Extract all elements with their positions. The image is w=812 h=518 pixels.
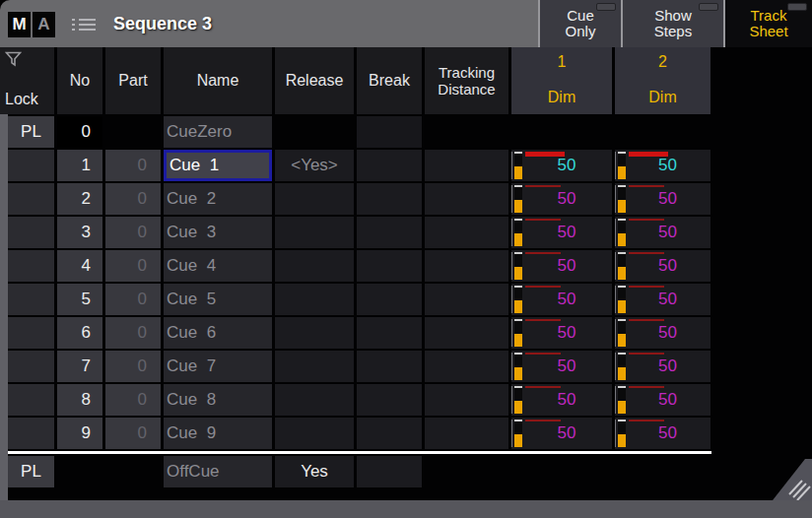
- cue-name-cell[interactable]: OffCue: [164, 456, 272, 487]
- part-cell[interactable]: 0: [105, 418, 161, 449]
- cue-number-cell[interactable]: 3: [57, 217, 102, 248]
- part-cell[interactable]: 0: [105, 284, 161, 315]
- cue-name-cell[interactable]: Cue 9: [164, 418, 272, 449]
- track-sheet-button[interactable]: Track Sheet: [723, 0, 812, 47]
- value-cell[interactable]: 50: [615, 317, 710, 349]
- break-cell[interactable]: [357, 217, 422, 248]
- break-cell[interactable]: [357, 150, 422, 181]
- column-header-fixture-1-dim[interactable]: 1 Dim: [511, 47, 612, 114]
- value-cell[interactable]: 50: [511, 418, 612, 449]
- cue-number-cell[interactable]: 8: [57, 384, 102, 416]
- release-cell[interactable]: [275, 284, 354, 315]
- value-cell[interactable]: 50: [511, 384, 612, 416]
- cue-number-cell[interactable]: 2: [57, 183, 102, 215]
- value-cell[interactable]: 50: [615, 217, 710, 248]
- lock-cell[interactable]: [8, 150, 54, 181]
- break-cell[interactable]: [357, 183, 422, 215]
- release-cell[interactable]: [275, 418, 354, 449]
- value-cell[interactable]: 50: [615, 250, 710, 282]
- lock-cell[interactable]: PL: [8, 116, 54, 148]
- ma-logo[interactable]: M A: [8, 12, 55, 37]
- cue-number-cell[interactable]: 9: [57, 418, 102, 449]
- column-header-fixture-2-dim[interactable]: 2 Dim: [615, 47, 710, 114]
- lock-cell[interactable]: [8, 418, 54, 449]
- cue-number-cell[interactable]: 7: [57, 351, 102, 382]
- release-cell[interactable]: [275, 217, 354, 248]
- break-cell[interactable]: [357, 384, 422, 416]
- part-cell[interactable]: 0: [105, 217, 161, 248]
- part-cell[interactable]: 0: [105, 150, 161, 181]
- tracking-distance-cell[interactable]: [425, 284, 508, 315]
- value-cell[interactable]: [511, 116, 612, 148]
- value-cell[interactable]: [615, 116, 710, 148]
- part-cell[interactable]: 0: [105, 317, 161, 349]
- value-cell[interactable]: 50: [511, 250, 612, 282]
- lock-cell[interactable]: [8, 317, 54, 349]
- cue-name-cell[interactable]: Cue 6: [164, 317, 272, 349]
- part-cell[interactable]: [105, 116, 161, 148]
- release-cell[interactable]: <Yes>: [275, 150, 354, 181]
- lock-cell[interactable]: [8, 217, 54, 248]
- value-cell[interactable]: 50: [511, 217, 612, 248]
- cue-name-cell[interactable]: Cue 5: [164, 284, 272, 315]
- release-cell[interactable]: [275, 317, 354, 349]
- value-cell[interactable]: 50: [511, 351, 612, 382]
- lock-cell[interactable]: [8, 351, 54, 382]
- value-cell[interactable]: 50: [615, 384, 710, 416]
- release-cell[interactable]: [275, 351, 354, 382]
- resize-grip[interactable]: [773, 459, 812, 500]
- column-header-name[interactable]: Name: [164, 47, 272, 114]
- cue-name-cell[interactable]: Cue 8: [164, 384, 272, 416]
- column-header-lock[interactable]: Lock: [0, 47, 54, 114]
- break-cell[interactable]: [357, 456, 422, 487]
- cue-name-cell[interactable]: Cue 2: [164, 183, 272, 215]
- tracking-distance-cell[interactable]: [425, 317, 508, 349]
- value-cell[interactable]: 50: [615, 150, 710, 181]
- column-header-tracking-distance[interactable]: Tracking Distance: [425, 47, 508, 114]
- tracking-distance-cell[interactable]: [425, 183, 508, 215]
- value-cell[interactable]: 50: [511, 284, 612, 315]
- tracking-distance-cell[interactable]: [425, 418, 508, 449]
- show-steps-button[interactable]: Show Steps: [621, 0, 723, 47]
- cue-number-cell[interactable]: [57, 456, 102, 487]
- release-cell[interactable]: [275, 116, 354, 148]
- column-header-release[interactable]: Release: [275, 47, 354, 114]
- cue-number-cell[interactable]: 4: [57, 250, 102, 282]
- release-cell[interactable]: [275, 250, 354, 282]
- window-left-edge[interactable]: [0, 114, 8, 500]
- part-cell[interactable]: 0: [105, 250, 161, 282]
- cue-only-button[interactable]: Cue Only: [538, 0, 621, 47]
- lock-cell[interactable]: [8, 250, 54, 282]
- window-settings-icon[interactable]: [72, 19, 96, 33]
- window-bottom-edge[interactable]: [0, 500, 812, 518]
- part-cell[interactable]: 0: [105, 183, 161, 215]
- column-header-part[interactable]: Part: [105, 47, 161, 114]
- release-cell[interactable]: Yes: [275, 456, 354, 487]
- value-cell[interactable]: 50: [511, 150, 612, 181]
- part-cell[interactable]: 0: [105, 351, 161, 382]
- break-cell[interactable]: [357, 418, 422, 449]
- cue-number-cell[interactable]: 0: [57, 116, 102, 148]
- column-header-break[interactable]: Break: [357, 47, 422, 114]
- tracking-distance-cell[interactable]: [425, 116, 508, 148]
- tracking-distance-cell[interactable]: [425, 150, 508, 181]
- release-cell[interactable]: [275, 183, 354, 215]
- lock-cell[interactable]: PL: [8, 456, 54, 487]
- break-cell[interactable]: [357, 317, 422, 349]
- lock-cell[interactable]: [8, 384, 54, 416]
- cue-number-cell[interactable]: 1: [57, 150, 102, 181]
- value-cell[interactable]: 50: [615, 351, 710, 382]
- value-cell[interactable]: 50: [615, 183, 710, 215]
- tracking-distance-cell[interactable]: [425, 217, 508, 248]
- cue-name-cell[interactable]: Cue 3: [164, 217, 272, 248]
- value-cell[interactable]: 50: [615, 418, 710, 449]
- column-header-no[interactable]: No: [57, 47, 102, 114]
- break-cell[interactable]: [357, 351, 422, 382]
- release-cell[interactable]: [275, 384, 354, 416]
- cue-name-cell[interactable]: CueZero: [164, 116, 272, 148]
- lock-cell[interactable]: [8, 284, 54, 315]
- cue-number-cell[interactable]: 5: [57, 284, 102, 315]
- break-cell[interactable]: [357, 284, 422, 315]
- cue-name-cell-selected[interactable]: Cue 1: [164, 150, 272, 181]
- window-titlebar[interactable]: M A Sequence 3 Cue Only Show Steps Track…: [0, 0, 812, 47]
